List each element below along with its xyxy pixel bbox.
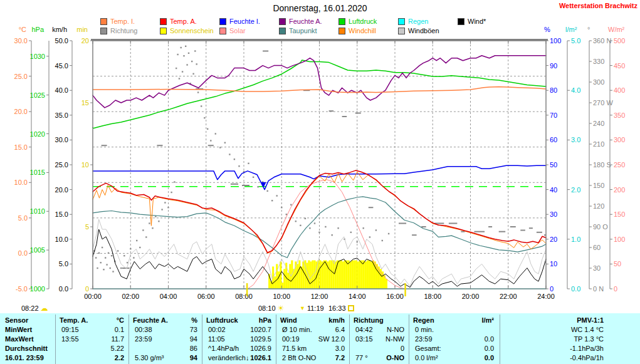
cloud-time-marker: 08:22 ☁	[21, 304, 48, 312]
table-pmv-value: -0.4hPa/1h	[522, 354, 604, 362]
axis-tick-label: 2.0	[571, 186, 580, 194]
x-tick-label: 08:00	[235, 293, 253, 300]
table-col-unit: l/m²	[412, 316, 494, 325]
x-tick-label: 16:00	[386, 293, 404, 300]
table-col-header: Richtung	[354, 316, 384, 325]
axis-tick-label: 3.0	[571, 136, 580, 143]
axis-min: min20151050	[76, 26, 93, 293]
axis-tick-label: 200	[614, 186, 625, 194]
x-tick-label: 12:00	[311, 293, 328, 300]
weather-station-page: Donnerstag, 16.01.2020 Wetterstation Bra…	[0, 0, 640, 364]
x-tick-label: 24:00	[537, 293, 555, 300]
table-col-unit: %	[116, 316, 197, 325]
axis-unit-label: °C	[19, 26, 26, 33]
table-cell-value: 0.0	[412, 354, 494, 362]
x-tick-label: 06:00	[197, 293, 215, 300]
table-row-label: 16.01. 23:59	[5, 354, 44, 362]
table-cell-value: O-NO	[323, 354, 404, 362]
table-cell-value: 94	[116, 354, 197, 362]
axis-tick-label: 450	[614, 62, 625, 70]
axis-tick-label: 350	[614, 112, 625, 119]
axis-tick-label: 20.0	[14, 108, 28, 115]
axis-tick-label: 0	[614, 285, 617, 293]
axis-tick-label: 15.0	[14, 143, 28, 151]
axis-unit-label: %	[544, 26, 550, 33]
table-cell-value: 1029.5	[190, 335, 271, 343]
axis-tick-label: 10.0	[55, 236, 68, 243]
sun-icon: ☀	[278, 305, 285, 311]
axis-tick-label: 0	[85, 285, 89, 293]
axis-tick-label: 360 N	[593, 37, 611, 44]
axis-lm2: l/m²5.04.03.02.01.00.0	[565, 26, 580, 293]
axis-tick-label: 30.0	[14, 37, 28, 44]
axis-tick-label: 1005	[30, 246, 45, 254]
axis-tick-label: 10	[550, 260, 557, 268]
x-tick-label: 10:00	[273, 293, 290, 300]
axis-tick-label: 400	[614, 86, 625, 94]
axis-tick-label: 240	[593, 120, 604, 127]
solar-peak-time-label: 11:19	[307, 304, 324, 312]
axis-unit-label: min	[76, 26, 88, 33]
sunset-marker: 16:33	[328, 304, 354, 312]
axis-tick-label: 5.0	[571, 37, 580, 44]
axis-tick-label: 15.0	[55, 211, 68, 218]
table-row-label: MinWert	[5, 326, 32, 334]
axis-unit-label: l/m²	[565, 26, 577, 33]
axis-tick-label: 300	[593, 78, 604, 86]
cloud-time-label: 08:22	[21, 304, 39, 312]
axis-tick-label: 5.0	[59, 260, 68, 268]
table-pmv-value: TP 1.3 °C	[522, 335, 604, 343]
x-tick-label: 14:00	[349, 293, 366, 300]
table-separator	[409, 315, 409, 364]
axis-tick-label: 250	[614, 161, 625, 169]
axis-tick-label: 45.0	[55, 62, 68, 70]
axis-tick-label: 5	[85, 223, 89, 231]
axis-tick-label: 1030	[30, 53, 45, 60]
axis-tick-label: 10	[81, 161, 89, 169]
sun-event-tick	[404, 283, 406, 296]
axis-tick-label: 1025	[30, 91, 45, 99]
axis-tick-label: 70	[550, 112, 557, 119]
table-cell-value: 73	[116, 326, 197, 334]
axis-temp: °C30.025.020.015.010.05.00.0-5.0	[14, 26, 31, 293]
table-cell-value: 1026.1	[190, 354, 271, 362]
axis-tick-label: 100	[550, 37, 561, 44]
sunrise-time-label: 08:10	[258, 304, 276, 312]
series-sonnenschein	[268, 261, 387, 289]
x-tick-label: 20:00	[462, 293, 480, 300]
axis-tick-label: 40	[550, 186, 557, 194]
axis-tick-label: 0.0	[59, 285, 68, 293]
axis-tick-label: 210	[593, 140, 604, 148]
table-cell-value: 2.2	[43, 354, 124, 362]
table-pmv-header: PMV-1:1	[522, 316, 604, 325]
axis-wm2: W/m²500450400350300250200150100500	[608, 26, 625, 293]
axis-unit-label: W/m²	[608, 26, 625, 33]
axis-tick-label: 50	[550, 161, 557, 169]
axis-tick-label: 50	[614, 260, 621, 268]
x-tick-label: 22:00	[500, 293, 517, 300]
axis-kmh: km/h50.045.040.035.030.025.020.015.010.0…	[52, 26, 72, 293]
axis-tick-label: 20	[81, 37, 89, 44]
axis-tick-label: 1000	[30, 285, 45, 293]
sunset-time-label: 16:33	[328, 304, 346, 312]
table-row-label: Sensor	[5, 316, 28, 325]
axis-tick-label: 300	[614, 136, 625, 143]
table-cell-label: 0 min.	[415, 326, 434, 334]
axis-tick-label: 20	[550, 236, 557, 243]
axis-tick-label: 10.0	[14, 179, 28, 186]
table-cell-value: N-NO	[323, 326, 404, 334]
x-tick-label: 02:00	[122, 293, 139, 300]
axis-tick-label: 1015	[30, 169, 45, 176]
axis-tick-label: 0	[550, 285, 553, 293]
solar-peak-marker: ▼ 11:19	[300, 304, 324, 312]
axis-unit-label: °	[587, 26, 590, 33]
axis-tick-label: 25.0	[55, 161, 68, 169]
axis-tick-label: 150	[593, 182, 604, 189]
table-separator	[500, 315, 500, 364]
sunrise-marker: 08:10 ☀	[258, 304, 284, 312]
table-col-unit: °C	[43, 316, 124, 325]
axis-tick-label: 30	[593, 264, 601, 272]
axis-tick-label: 90 O	[593, 223, 608, 231]
axis-deg: °360 N330300270 W240210180 S15012090 O60…	[587, 26, 613, 293]
cloud-icon: ☁	[41, 305, 48, 311]
